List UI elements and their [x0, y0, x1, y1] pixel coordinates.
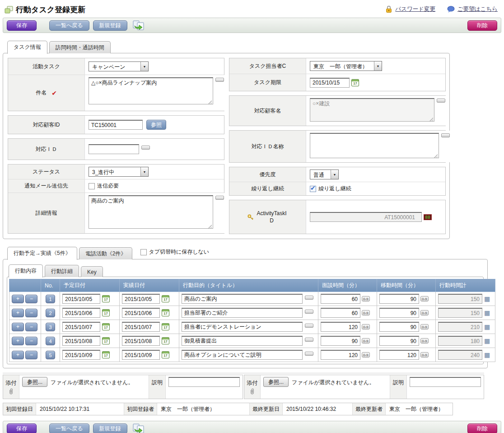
- request-link[interactable]: ご要望はこちら: [457, 5, 498, 13]
- tab-activity-content[interactable]: 行動内容: [9, 264, 43, 278]
- actual-date-input[interactable]: [122, 336, 160, 346]
- actual-date-input[interactable]: [122, 294, 160, 304]
- calendar-icon[interactable]: [351, 79, 359, 86]
- calculator-icon[interactable]: [484, 296, 490, 302]
- purpose-input[interactable]: [182, 294, 303, 304]
- remove-row-button[interactable]: −: [25, 309, 37, 317]
- tab-activity-detail[interactable]: 行動詳細: [45, 265, 79, 277]
- plan-date-input[interactable]: [62, 294, 100, 304]
- expand-field-button[interactable]: [305, 296, 313, 300]
- calendar-icon[interactable]: [102, 337, 110, 344]
- expand-field-button[interactable]: [437, 99, 445, 103]
- plan-date-input[interactable]: [62, 322, 100, 332]
- copy-task-icon[interactable]: [132, 20, 145, 31]
- new-register-button[interactable]: 新規登録: [93, 20, 127, 31]
- calendar-icon[interactable]: [162, 323, 169, 330]
- travel-minutes-input[interactable]: [379, 294, 419, 304]
- calculator-icon[interactable]: [484, 310, 490, 316]
- detail-textarea[interactable]: 商品のご案内: [89, 195, 213, 229]
- expand-field-button[interactable]: [305, 310, 313, 314]
- activity-task-select[interactable]: キャンペーン: [89, 61, 149, 71]
- no-save-on-tab-switch-checkbox[interactable]: [140, 249, 147, 255]
- calendar-icon[interactable]: [102, 351, 110, 358]
- password-change-link[interactable]: パスワード変更: [395, 5, 435, 13]
- calculator-icon[interactable]: [484, 324, 490, 330]
- tab-task-info[interactable]: タスク情報: [7, 41, 47, 54]
- expand-field-button[interactable]: [305, 338, 313, 342]
- calendar-icon[interactable]: [102, 309, 110, 316]
- add-row-button[interactable]: +: [12, 323, 24, 331]
- tab-phone-activity[interactable]: 電話活動《2件》: [79, 247, 133, 259]
- attachment-description-input[interactable]: [168, 377, 240, 387]
- tab-visit-call-time[interactable]: 訪問時間・通話時間: [49, 41, 111, 53]
- delete-button[interactable]: 削除: [467, 424, 497, 433]
- remove-row-button[interactable]: −: [25, 295, 37, 303]
- tab-key[interactable]: Key: [81, 266, 103, 277]
- browse-file-button[interactable]: 参照...: [22, 377, 47, 387]
- meeting-minutes-input[interactable]: [321, 322, 360, 332]
- assignee-select[interactable]: 東京 一郎（管理者）: [310, 61, 382, 71]
- purpose-input[interactable]: [182, 350, 303, 360]
- new-register-button[interactable]: 新規登録: [93, 424, 127, 433]
- attachment-description-input[interactable]: [410, 377, 481, 387]
- back-to-list-button[interactable]: 一覧へ戻る: [49, 424, 89, 433]
- purpose-input[interactable]: [182, 336, 303, 346]
- taiou-id-input[interactable]: [89, 144, 139, 154]
- calendar-icon[interactable]: [102, 323, 110, 330]
- travel-minutes-input[interactable]: [379, 336, 419, 346]
- calendar-icon[interactable]: [162, 351, 169, 358]
- save-button[interactable]: 保存: [7, 20, 37, 31]
- auto-number-icon[interactable]: 88: [424, 214, 432, 220]
- deadline-input[interactable]: [310, 78, 350, 88]
- expand-field-button[interactable]: [141, 146, 150, 150]
- meeting-minutes-input[interactable]: [321, 308, 360, 318]
- plan-date-input[interactable]: [62, 336, 100, 346]
- reference-button[interactable]: 参照: [146, 120, 166, 130]
- tab-activity-plan[interactable]: 行動予定→実績《5件》: [7, 247, 77, 260]
- browse-file-button[interactable]: 参照...: [263, 377, 289, 387]
- add-row-button[interactable]: +: [12, 337, 24, 345]
- expand-field-button[interactable]: [305, 352, 313, 356]
- remove-row-button[interactable]: −: [25, 323, 37, 331]
- taiou-id-name-textarea[interactable]: [310, 133, 439, 158]
- expand-field-button[interactable]: [305, 324, 313, 328]
- expand-field-button[interactable]: [441, 133, 450, 137]
- expand-field-button[interactable]: [215, 78, 224, 82]
- calendar-icon[interactable]: [162, 309, 169, 316]
- status-select[interactable]: 3_進行中: [89, 167, 149, 177]
- calendar-icon[interactable]: [162, 337, 169, 344]
- back-to-list-button[interactable]: 一覧へ戻る: [49, 20, 89, 31]
- travel-minutes-input[interactable]: [379, 308, 419, 318]
- travel-minutes-input[interactable]: [379, 322, 419, 332]
- add-row-button[interactable]: +: [12, 309, 24, 317]
- repeat-checkbox[interactable]: [310, 186, 316, 192]
- add-row-button[interactable]: +: [12, 351, 24, 359]
- calculator-icon[interactable]: [484, 338, 490, 344]
- save-button[interactable]: 保存: [7, 424, 37, 433]
- actual-date-input[interactable]: [122, 350, 160, 360]
- remove-row-button[interactable]: −: [25, 337, 37, 345]
- actual-date-input[interactable]: [122, 308, 160, 318]
- calculator-icon[interactable]: [484, 352, 490, 358]
- meeting-minutes-input[interactable]: [321, 336, 360, 346]
- subject-textarea[interactable]: △○×商品ラインナップ案内: [89, 77, 213, 104]
- send-required-checkbox[interactable]: [89, 183, 95, 189]
- travel-minutes-input[interactable]: [379, 350, 419, 360]
- copy-task-icon[interactable]: [132, 423, 145, 433]
- meeting-minutes-input[interactable]: [321, 350, 360, 360]
- remove-row-button[interactable]: −: [25, 351, 37, 359]
- plan-date-input[interactable]: [62, 308, 100, 318]
- priority-select[interactable]: 普通: [310, 169, 339, 179]
- meeting-minutes-input[interactable]: [321, 294, 360, 304]
- delete-button[interactable]: 削除: [467, 20, 497, 31]
- customer-id-input[interactable]: [89, 120, 143, 130]
- actual-date-input[interactable]: [122, 322, 160, 332]
- purpose-input[interactable]: [182, 308, 303, 318]
- calendar-icon[interactable]: [102, 295, 110, 302]
- calendar-icon[interactable]: [162, 295, 169, 302]
- plan-date-input[interactable]: [62, 350, 100, 360]
- row-number-badge: 3: [46, 323, 55, 331]
- expand-field-button[interactable]: [215, 196, 224, 200]
- add-row-button[interactable]: +: [12, 295, 24, 303]
- purpose-input[interactable]: [182, 322, 303, 332]
